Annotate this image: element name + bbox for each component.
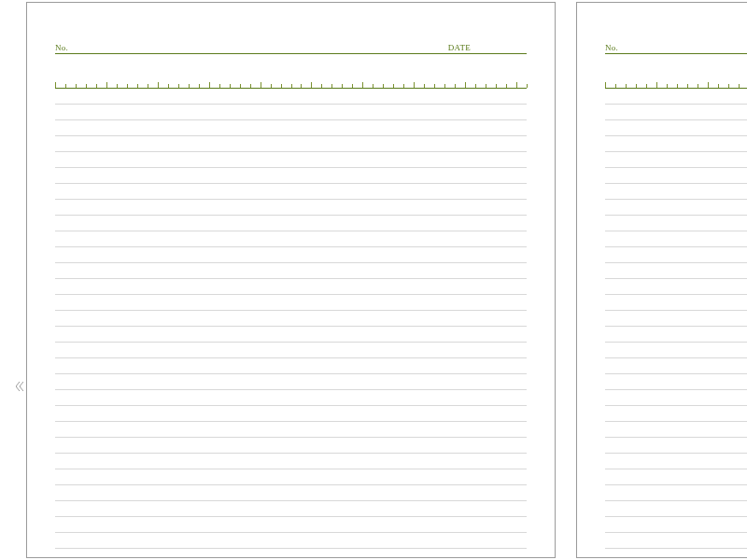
tick-mark <box>352 84 353 88</box>
ruled-line <box>605 120 747 136</box>
ruled-line <box>55 216 527 231</box>
ruled-line <box>55 168 527 184</box>
ruled-line <box>605 517 747 533</box>
ruled-line <box>55 374 527 390</box>
tick-mark <box>414 82 415 88</box>
ruled-line <box>55 120 527 136</box>
header-spacer <box>55 54 527 82</box>
tick-mark <box>127 84 128 88</box>
ruled-line <box>605 390 747 406</box>
ruled-line <box>55 533 527 549</box>
tick-mark <box>605 82 606 88</box>
tick-mark <box>708 82 709 88</box>
tick-mark <box>209 82 210 88</box>
tick-mark <box>76 84 77 88</box>
ruled-line <box>55 327 527 343</box>
tick-mark <box>393 84 394 88</box>
header-date-label: DATE <box>448 43 471 52</box>
ruled-line <box>605 358 747 374</box>
tick-mark <box>615 84 616 88</box>
ruled-line <box>605 406 747 422</box>
ruled-line <box>55 517 527 533</box>
ruled-line <box>55 279 527 295</box>
header-line: No. DATE <box>605 40 747 54</box>
tick-mark <box>496 84 497 88</box>
ruled-line <box>55 390 527 406</box>
ruled-line <box>605 168 747 184</box>
ruled-line <box>55 549 527 560</box>
tick-mark <box>301 84 302 88</box>
ruled-lines <box>605 89 747 560</box>
ruled-line <box>55 485 527 501</box>
tick-mark <box>321 84 322 88</box>
tick-mark <box>219 84 220 88</box>
tick-mark <box>687 84 688 88</box>
ruled-line <box>55 89 527 105</box>
ruled-line <box>605 279 747 295</box>
tick-mark <box>199 84 200 88</box>
ruled-line <box>605 454 747 469</box>
header-line: No. DATE <box>55 40 527 54</box>
tick-mark <box>424 84 425 88</box>
ruled-line <box>605 469 747 485</box>
tick-mark <box>86 84 87 88</box>
tick-mark <box>486 84 486 88</box>
collapse-handle[interactable] <box>15 381 24 392</box>
tick-mark <box>261 82 261 88</box>
ruled-line <box>605 311 747 327</box>
tick-mark <box>475 84 476 88</box>
tick-mark <box>271 84 272 88</box>
ruled-line <box>55 247 527 263</box>
ruled-line <box>605 200 747 216</box>
tick-mark <box>403 84 404 88</box>
ruled-line <box>55 501 527 517</box>
ruled-line <box>55 311 527 327</box>
tick-mark <box>178 84 179 88</box>
ruled-line <box>605 295 747 311</box>
tick-mark <box>626 84 627 88</box>
ruled-line <box>605 152 747 168</box>
tick-mark <box>636 84 637 88</box>
ruled-line <box>55 105 527 120</box>
ruled-line <box>605 533 747 549</box>
tick-mark <box>65 84 66 88</box>
tick-mark <box>718 84 719 88</box>
tick-mark <box>646 84 647 88</box>
ruled-line <box>55 406 527 422</box>
tick-mark <box>106 82 107 88</box>
ruled-line <box>605 136 747 152</box>
header-no-label: No. <box>55 43 68 52</box>
ruled-line <box>605 247 747 263</box>
chevron-left-double-icon <box>16 382 23 391</box>
ruled-line <box>605 422 747 438</box>
ruled-line <box>55 469 527 485</box>
tick-mark <box>342 84 343 88</box>
tick-mark <box>516 82 517 88</box>
notebook-page: No. DATE <box>26 2 556 558</box>
ruled-line <box>605 327 747 343</box>
ruled-line <box>55 200 527 216</box>
tick-mark <box>667 84 668 88</box>
ruled-line <box>605 374 747 390</box>
tick-mark <box>739 84 740 88</box>
ruled-line <box>55 295 527 311</box>
page-sheet: No. DATE <box>605 40 747 560</box>
ruled-line <box>55 231 527 247</box>
ruled-lines <box>55 89 527 560</box>
tick-mark <box>527 84 528 88</box>
notebook-page: No. DATE <box>576 2 747 558</box>
ruled-line <box>55 263 527 279</box>
ruled-line <box>55 454 527 469</box>
ruled-line <box>605 105 747 120</box>
tick-mark <box>281 84 282 88</box>
tick-mark <box>373 84 374 88</box>
tick-mark <box>331 84 332 88</box>
tick-mark <box>444 84 445 88</box>
tick-mark <box>137 84 138 88</box>
tick-mark <box>55 82 56 88</box>
ruled-line <box>605 549 747 560</box>
tick-ruler <box>605 82 747 89</box>
ruled-line <box>55 343 527 358</box>
ruled-line <box>55 438 527 454</box>
tick-mark <box>96 84 97 88</box>
